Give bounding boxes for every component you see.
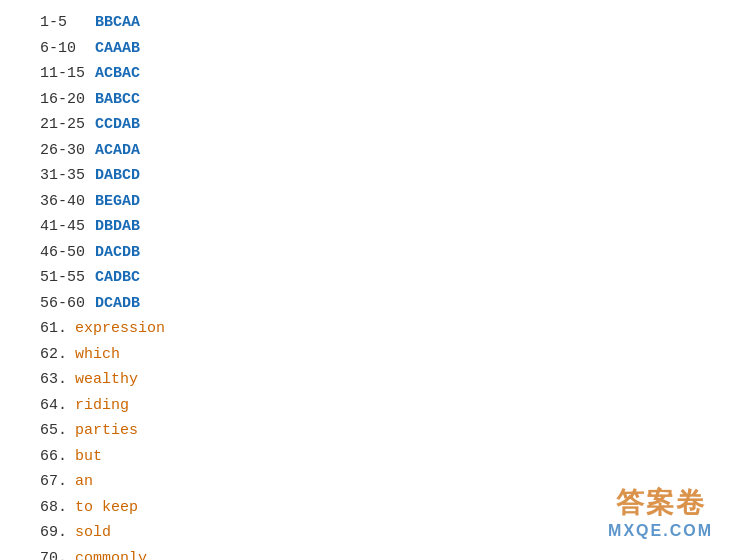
answer-value: ACADA bbox=[95, 138, 140, 164]
answer-row: 51-55CADBC bbox=[40, 265, 693, 291]
answer-value: CAAAB bbox=[95, 36, 140, 62]
watermark-line1: 答案卷 bbox=[608, 484, 713, 522]
answer-value: ACBAC bbox=[95, 61, 140, 87]
answer-row: 21-25CCDAB bbox=[40, 112, 693, 138]
answer-value: DABCD bbox=[95, 163, 140, 189]
answer-row: 36-40BEGAD bbox=[40, 189, 693, 215]
answer-value: CCDAB bbox=[95, 112, 140, 138]
number-label: 66. bbox=[40, 444, 75, 470]
main-content: 1-5BBCAA6-10CAAAB11-15ACBAC16-20BABCC21-… bbox=[0, 0, 733, 560]
answer-row: 6-10CAAAB bbox=[40, 36, 693, 62]
range-label: 41-45 bbox=[40, 214, 95, 240]
number-label: 68. bbox=[40, 495, 75, 521]
answer-value: CADBC bbox=[95, 265, 140, 291]
answer-value: DCADB bbox=[95, 291, 140, 317]
numbered-row: 64.riding bbox=[40, 393, 693, 419]
word-value: expression bbox=[75, 316, 165, 342]
word-value: an bbox=[75, 469, 93, 495]
number-label: 64. bbox=[40, 393, 75, 419]
watermark-line2: MXQE.COM bbox=[608, 522, 713, 540]
range-label: 56-60 bbox=[40, 291, 95, 317]
answer-value: BABCC bbox=[95, 87, 140, 113]
word-value: sold bbox=[75, 520, 111, 546]
ranges-section: 1-5BBCAA6-10CAAAB11-15ACBAC16-20BABCC21-… bbox=[40, 10, 693, 316]
word-value: but bbox=[75, 444, 102, 470]
number-label: 61. bbox=[40, 316, 75, 342]
number-label: 70. bbox=[40, 546, 75, 561]
range-label: 51-55 bbox=[40, 265, 95, 291]
numbered-row: 68.to keep bbox=[40, 495, 693, 521]
numbered-row: 63.wealthy bbox=[40, 367, 693, 393]
range-label: 1-5 bbox=[40, 10, 95, 36]
answer-value: DACDB bbox=[95, 240, 140, 266]
number-label: 63. bbox=[40, 367, 75, 393]
answer-row: 56-60DCADB bbox=[40, 291, 693, 317]
answer-row: 16-20BABCC bbox=[40, 87, 693, 113]
word-value: which bbox=[75, 342, 120, 368]
number-label: 62. bbox=[40, 342, 75, 368]
range-label: 16-20 bbox=[40, 87, 95, 113]
numbered-row: 69.sold bbox=[40, 520, 693, 546]
word-value: parties bbox=[75, 418, 138, 444]
watermark: 答案卷 MXQE.COM bbox=[608, 484, 713, 540]
number-label: 67. bbox=[40, 469, 75, 495]
numbered-row: 65.parties bbox=[40, 418, 693, 444]
answer-row: 46-50DACDB bbox=[40, 240, 693, 266]
answer-value: DBDAB bbox=[95, 214, 140, 240]
answer-row: 41-45DBDAB bbox=[40, 214, 693, 240]
range-label: 26-30 bbox=[40, 138, 95, 164]
answer-value: BEGAD bbox=[95, 189, 140, 215]
answer-row: 26-30ACADA bbox=[40, 138, 693, 164]
range-label: 46-50 bbox=[40, 240, 95, 266]
number-label: 65. bbox=[40, 418, 75, 444]
answer-value: BBCAA bbox=[95, 10, 140, 36]
range-label: 36-40 bbox=[40, 189, 95, 215]
numbered-row: 67.an bbox=[40, 469, 693, 495]
answer-row: 31-35DABCD bbox=[40, 163, 693, 189]
word-value: wealthy bbox=[75, 367, 138, 393]
numbered-row: 70.commonly bbox=[40, 546, 693, 561]
range-label: 31-35 bbox=[40, 163, 95, 189]
answer-row: 11-15ACBAC bbox=[40, 61, 693, 87]
range-label: 21-25 bbox=[40, 112, 95, 138]
range-label: 11-15 bbox=[40, 61, 95, 87]
number-label: 69. bbox=[40, 520, 75, 546]
numbered-row: 62.which bbox=[40, 342, 693, 368]
answer-row: 1-5BBCAA bbox=[40, 10, 693, 36]
range-label: 6-10 bbox=[40, 36, 95, 62]
numbered-row: 61.expression bbox=[40, 316, 693, 342]
word-value: commonly bbox=[75, 546, 147, 561]
word-value: to keep bbox=[75, 495, 138, 521]
word-value: riding bbox=[75, 393, 129, 419]
numbered-section: 61.expression62.which63.wealthy64.riding… bbox=[40, 316, 693, 560]
numbered-row: 66.but bbox=[40, 444, 693, 470]
